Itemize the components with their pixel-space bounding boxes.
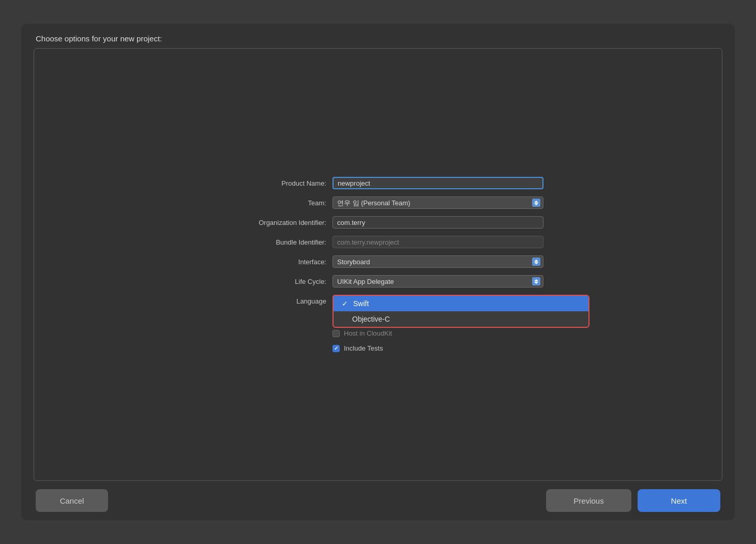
bundle-identifier-label: Bundle Identifier: — [213, 238, 326, 246]
dropdown-item-swift[interactable]: ✓ Swift — [334, 296, 588, 311]
interface-select-wrapper: Storyboard — [332, 255, 543, 268]
team-label: Team: — [213, 199, 326, 207]
lifecycle-select-wrapper: UIKit App Delegate — [332, 275, 543, 288]
lifecycle-label: Life Cycle: — [213, 278, 326, 285]
language-label: Language — [213, 297, 326, 305]
interface-row: Interface: Storyboard — [213, 255, 543, 268]
product-name-input[interactable] — [332, 177, 543, 189]
swift-checkmark: ✓ — [342, 299, 348, 308]
form-container: Product Name: Team: 연우 임 (Personal Team) — [213, 177, 543, 352]
include-tests-checkbox[interactable] — [332, 345, 340, 352]
bundle-identifier-row: Bundle Identifier: — [213, 236, 543, 248]
org-identifier-row: Organization Identifier: — [213, 216, 543, 229]
footer-right: Previous Next — [546, 489, 720, 512]
interface-label: Interface: — [213, 258, 326, 266]
dialog-container: Choose options for your new project: Pro… — [21, 24, 735, 520]
lifecycle-select[interactable]: UIKit App Delegate — [332, 275, 543, 288]
dialog-body: Product Name: Team: 연우 임 (Personal Team) — [34, 48, 722, 481]
team-row: Team: 연우 임 (Personal Team) — [213, 197, 543, 209]
dialog-header: Choose options for your new project: — [21, 24, 735, 48]
language-row: Language Swift Objective-C ✓ Swift — [213, 295, 543, 307]
host-in-cloudkit-label: Host in CloudKit — [344, 329, 392, 337]
lifecycle-row: Life Cycle: UIKit App Delegate — [213, 275, 543, 288]
language-dropdown-popup: ✓ Swift Objective-C — [332, 295, 589, 328]
dialog-footer: Cancel Previous Next — [21, 481, 735, 520]
product-name-label: Product Name: — [213, 179, 326, 187]
next-button[interactable]: Next — [638, 489, 720, 512]
org-identifier-label: Organization Identifier: — [213, 219, 326, 226]
dialog-title: Choose options for your new project: — [36, 34, 162, 43]
host-in-cloudkit-row: Host in CloudKit — [213, 329, 543, 337]
objectivec-label: Objective-C — [352, 315, 390, 323]
host-in-cloudkit-checkbox[interactable] — [332, 330, 340, 337]
bundle-identifier-input — [332, 236, 543, 248]
cancel-button[interactable]: Cancel — [36, 489, 108, 512]
include-tests-row: Include Tests — [213, 344, 543, 352]
include-tests-label: Include Tests — [344, 344, 383, 352]
previous-button[interactable]: Previous — [546, 489, 631, 512]
org-identifier-input[interactable] — [332, 216, 543, 229]
team-select-wrapper: 연우 임 (Personal Team) — [332, 197, 543, 209]
dropdown-item-objectivec[interactable]: Objective-C — [334, 311, 588, 327]
interface-select[interactable]: Storyboard — [332, 255, 543, 268]
swift-label: Swift — [353, 299, 369, 308]
team-select[interactable]: 연우 임 (Personal Team) — [332, 197, 543, 209]
product-name-row: Product Name: — [213, 177, 543, 189]
